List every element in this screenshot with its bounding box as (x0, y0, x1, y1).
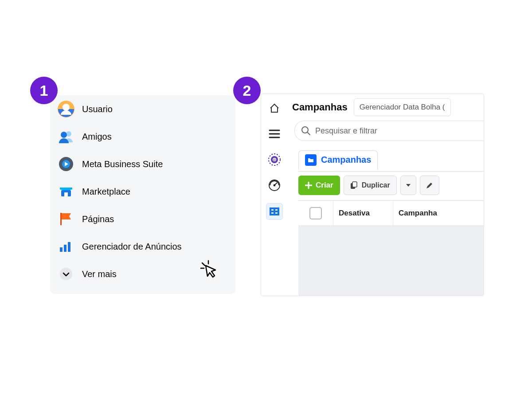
meta-business-icon (56, 156, 76, 172)
svg-rect-7 (64, 192, 68, 196)
step-badge-2: 2 (233, 77, 261, 104)
tab-label: Campanhas (321, 155, 371, 165)
sidebar-item-label: Gerenciador de Anúncios (82, 242, 182, 252)
svg-rect-37 (352, 182, 357, 187)
ads-manager-bars-icon (56, 240, 76, 253)
edit-button[interactable] (420, 176, 439, 195)
svg-text:D: D (273, 158, 275, 161)
home-icon[interactable] (266, 100, 282, 116)
plus-icon (305, 182, 312, 189)
search-placeholder: Pesquisar e filtrar (315, 126, 377, 136)
sidebar-item-label: Usuario (82, 104, 113, 114)
column-campanha[interactable]: Campanha (393, 201, 484, 226)
sidebar-item-label: Meta Business Suite (82, 159, 163, 169)
friends-icon (56, 130, 76, 143)
sidebar-item-ads-manager[interactable]: Gerenciador de Anúncios (50, 233, 235, 260)
ads-manager-panel: D Campanhas Gerenciado (261, 94, 484, 296)
duplicate-icon (350, 181, 358, 189)
duplicate-label: Duplicar (362, 181, 390, 189)
svg-rect-9 (60, 247, 63, 252)
click-cursor-icon (200, 259, 219, 281)
sidebar-item-usuario[interactable]: Usuario (50, 95, 235, 123)
pages-flag-icon (56, 212, 76, 226)
sidebar-item-label: Marketplace (82, 187, 130, 197)
campaigns-tab-row: Campanhas (298, 148, 484, 172)
duplicate-button[interactable]: Duplicar (344, 176, 397, 195)
tab-campanhas[interactable]: Campanhas (298, 150, 378, 169)
campaigns-table-body-empty (298, 225, 484, 296)
table-grid-icon[interactable] (266, 203, 283, 220)
step-number: 1 (40, 82, 48, 99)
ads-manager-left-rail: D (261, 94, 288, 296)
sidebar-item-paginas[interactable]: Páginas (50, 205, 235, 233)
campaigns-table-header: Desativa Campanha (298, 200, 484, 226)
select-all-checkbox[interactable] (298, 201, 333, 226)
chevron-down-icon (56, 267, 76, 281)
svg-point-2 (66, 131, 71, 137)
step-badge-1: 1 (30, 77, 58, 104)
svg-rect-30 (274, 207, 275, 215)
gauge-icon[interactable] (266, 177, 282, 193)
ads-manager-header: Campanhas Gerenciador Data Bolha ( (292, 98, 484, 116)
column-label: Campanha (399, 209, 437, 218)
campaigns-toolbar: Criar Duplicar (298, 176, 484, 195)
svg-point-32 (302, 127, 308, 133)
svg-line-13 (202, 263, 205, 266)
page-title: Campanhas (292, 102, 348, 113)
marketplace-icon (56, 185, 76, 198)
svg-point-12 (60, 268, 72, 280)
chevron-down-icon (406, 184, 411, 187)
sidebar-item-marketplace[interactable]: Marketplace (50, 178, 235, 205)
svg-point-25 (274, 185, 275, 186)
duplicate-dropdown[interactable] (400, 176, 416, 195)
sidebar-item-label: Amigos (82, 132, 112, 142)
account-selector-label: Gerenciador Data Bolha ( (360, 103, 445, 112)
search-bar[interactable]: Pesquisar e filtrar (294, 121, 484, 141)
create-button[interactable]: Criar (298, 176, 340, 195)
target-icon[interactable]: D (266, 152, 282, 168)
sidebar-item-label: Ver mais (82, 269, 117, 279)
create-label: Criar (316, 181, 333, 190)
column-desativa[interactable]: Desativa (333, 201, 393, 226)
svg-rect-11 (68, 242, 70, 252)
column-label: Desativa (339, 209, 370, 218)
hamburger-icon[interactable] (266, 126, 282, 142)
avatar-icon (56, 100, 76, 118)
svg-line-33 (308, 133, 310, 135)
step-number: 2 (243, 82, 251, 99)
svg-rect-31 (278, 207, 279, 215)
checkbox-icon (309, 207, 322, 219)
folder-icon (305, 154, 317, 166)
svg-rect-8 (60, 213, 62, 225)
svg-point-3 (61, 132, 67, 138)
sidebar-item-meta-business-suite[interactable]: Meta Business Suite (50, 150, 235, 178)
account-selector[interactable]: Gerenciador Data Bolha ( (354, 98, 451, 116)
svg-rect-10 (64, 245, 66, 252)
sidebar-item-label: Páginas (82, 214, 114, 224)
sidebar-item-amigos[interactable]: Amigos (50, 123, 235, 150)
pencil-icon (426, 181, 434, 189)
svg-point-1 (63, 104, 70, 111)
svg-rect-29 (270, 207, 271, 215)
search-icon (301, 126, 311, 136)
